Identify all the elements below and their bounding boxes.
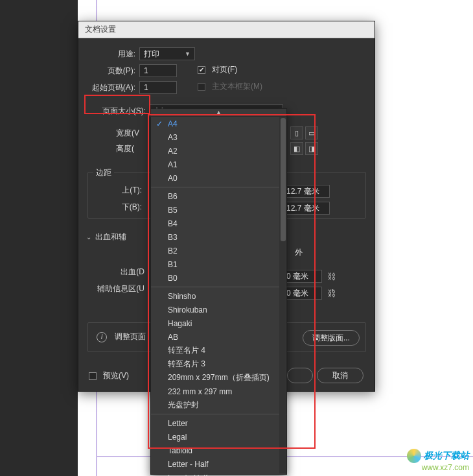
app-dark-area [0, 0, 78, 476]
dropdown-item[interactable]: A4 [151, 117, 286, 130]
margin-value: 12.7 毫米 [286, 186, 319, 197]
info-icon: i [97, 332, 107, 342]
dropdown-item[interactable]: B3 [151, 230, 286, 244]
startpage-label: 起始页码(A): [81, 82, 135, 93]
dropdown-item[interactable]: B6 [151, 189, 286, 203]
pages-input[interactable] [139, 64, 177, 77]
bleed-outer-input[interactable]: 0 毫米 [282, 270, 322, 283]
dropdown-item[interactable]: 转至名片 3 [151, 357, 286, 371]
dropdown-separator [151, 187, 286, 187]
dropdown-item[interactable]: Letter [151, 416, 286, 430]
preview-checkbox[interactable] [89, 372, 97, 380]
slug-label: 辅助信息区(U [90, 283, 144, 294]
primary-frame-checkbox[interactable] [198, 83, 205, 91]
watermark: 极光下载站 www.xz7.com [407, 449, 469, 472]
primary-frame-label: 主文本框架(M) [212, 81, 262, 92]
adjust-page-label: 调整页面 [115, 331, 146, 342]
cancel-label: 取消 [332, 370, 348, 381]
margin-right-bottom-input[interactable]: 12.7 毫米 [282, 202, 330, 215]
ok-button[interactable] [287, 368, 313, 383]
startpage-input[interactable] [139, 81, 177, 94]
binding-left-icon[interactable]: ◧ [290, 142, 303, 155]
margin-top-label: 上(T): [113, 185, 142, 196]
dropdown-item[interactable]: B5 [151, 203, 286, 217]
chevron-down-icon: ▼ [185, 51, 190, 57]
margin-right-top-input[interactable]: 12.7 毫米 [282, 185, 330, 198]
pages-label: 页数(P): [91, 65, 135, 77]
zero-mm: 0 毫米 [286, 271, 308, 282]
intent-value: 打印 [144, 49, 159, 60]
orientation-portrait-icon[interactable]: ▯ [290, 126, 303, 139]
height-label: 高度( [116, 143, 134, 154]
dropdown-item[interactable]: Shirokuban [151, 303, 286, 316]
dropdown-item[interactable]: B0 [151, 271, 286, 285]
zero-mm: 0 毫米 [286, 288, 308, 299]
dropdown-item[interactable]: Letter - Half [151, 457, 286, 471]
bleed-label: 出血(D [112, 267, 144, 278]
dropdown-item[interactable]: A1 [151, 158, 286, 171]
watermark-logo-icon [407, 449, 421, 463]
expand-bleed-icon[interactable]: ⌄ [86, 233, 91, 241]
dropdown-item[interactable]: A0 [151, 171, 286, 185]
dropdown-item[interactable]: Legal - Half [151, 471, 286, 476]
dropdown-item[interactable]: Legal [151, 430, 286, 444]
watermark-line2: www.xz7.com [407, 463, 469, 472]
cancel-button[interactable]: 取消 [317, 368, 363, 383]
adjust-layout-button[interactable]: 调整版面... [303, 330, 360, 346]
dropdown-item[interactable]: Tabloid [151, 444, 286, 457]
page-size-label: 页面大小(S): [94, 106, 146, 117]
dropdown-item[interactable]: AB [151, 330, 286, 344]
width-label: 宽度(V [116, 128, 139, 139]
dropdown-item[interactable]: 209mm x 297mm（折叠插页) [151, 371, 286, 385]
margins-title: 边距 [93, 167, 114, 178]
preview-label: 预览(V) [103, 370, 129, 381]
dropdown-item[interactable]: 光盘护封 [151, 398, 286, 412]
page-size-dropdown[interactable]: ▲ A4A3A2A1A0B6B5B4B3B2B1B0ShinshoShiroku… [150, 108, 287, 475]
margin-value: 12.7 毫米 [286, 203, 319, 214]
unlink-icon[interactable]: ⛓̸ [326, 283, 336, 303]
dropdown-item[interactable]: B1 [151, 257, 286, 271]
watermark-line1: 极光下载站 [424, 450, 469, 460]
dropdown-item[interactable]: 232 mm x 297 mm [151, 385, 286, 398]
facing-pages-label: 对页(F) [212, 64, 237, 75]
facing-pages-checkbox[interactable] [198, 66, 205, 74]
margin-bottom-label: 下(B): [113, 202, 142, 213]
dropdown-item[interactable]: A3 [151, 130, 286, 144]
slug-outer-input[interactable]: 0 毫米 [282, 287, 322, 300]
intent-label: 用途: [104, 49, 135, 60]
outer-label: 外 [295, 247, 303, 258]
dropdown-item[interactable]: 转至名片 4 [151, 344, 286, 357]
intent-select[interactable]: 打印 ▼ [139, 47, 195, 60]
dropdown-separator [151, 414, 286, 414]
dialog-titlebar[interactable]: 文档设置 [78, 21, 375, 38]
dropdown-scroll-thumb[interactable] [281, 118, 286, 241]
dropdown-separator [151, 287, 286, 287]
dropdown-item[interactable]: B4 [151, 217, 286, 230]
dropdown-item[interactable]: Shinsho [151, 289, 286, 303]
dropdown-item[interactable]: A2 [151, 144, 286, 158]
orientation-landscape-icon[interactable]: ▭ [305, 126, 318, 139]
bleed-title: 出血和辅 [95, 232, 126, 243]
dropdown-list: A4A3A2A1A0B6B5B4B3B2B1B0ShinshoShirokuba… [151, 117, 286, 476]
binding-right-icon[interactable]: ◨ [305, 142, 318, 155]
dropdown-item[interactable]: Hagaki [151, 316, 286, 330]
dialog-title: 文档设置 [85, 25, 116, 34]
adjust-layout-label: 调整版面... [312, 333, 350, 344]
dropdown-item[interactable]: B2 [151, 244, 286, 257]
scroll-up-arrow-icon[interactable]: ▲ [151, 109, 286, 117]
